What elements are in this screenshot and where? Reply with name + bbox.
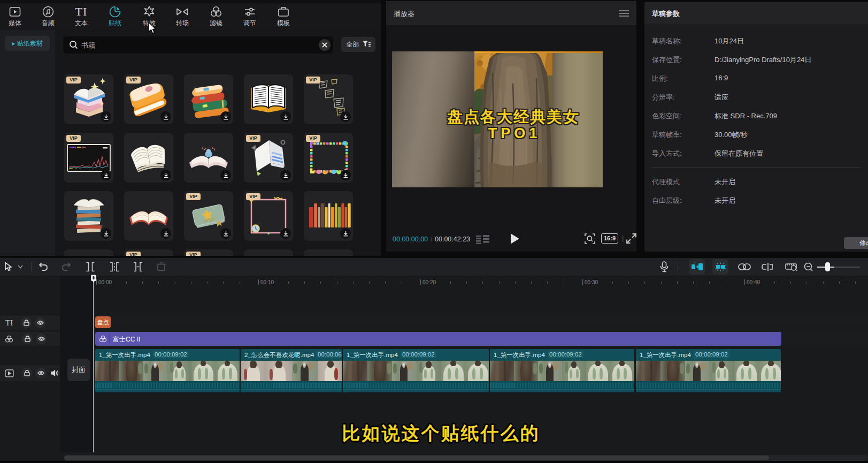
svg-text:BEc: BEc [316,142,321,145]
